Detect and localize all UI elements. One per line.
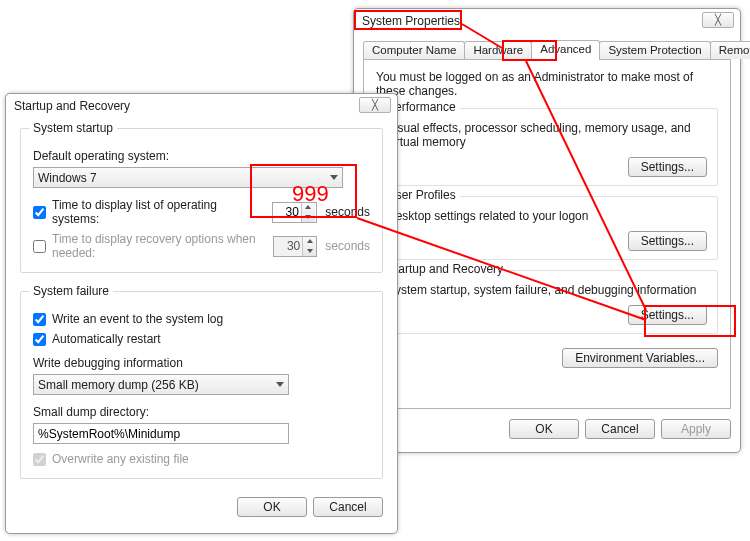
auto-restart-label: Automatically restart bbox=[52, 332, 161, 346]
default-os-combo[interactable]: Windows 7 bbox=[33, 167, 343, 188]
time-list-spinner[interactable] bbox=[272, 202, 317, 223]
time-list-label: Time to display list of operating system… bbox=[52, 198, 264, 226]
startup-recovery-desc: System startup, system failure, and debu… bbox=[387, 283, 707, 297]
chevron-down-icon bbox=[330, 175, 338, 180]
write-event-checkbox-input[interactable] bbox=[33, 313, 46, 326]
user-profiles-settings-button[interactable]: Settings... bbox=[628, 231, 707, 251]
system-startup-legend: System startup bbox=[29, 121, 117, 135]
system-properties-title: System Properties bbox=[362, 14, 460, 28]
startup-recovery-dialog: Startup and Recovery ╳ System startup De… bbox=[5, 93, 398, 534]
chevron-down-icon bbox=[276, 382, 284, 387]
debug-value: Small memory dump (256 KB) bbox=[38, 378, 199, 392]
close-icon[interactable]: ╳ bbox=[359, 97, 391, 113]
seconds-label: seconds bbox=[325, 205, 370, 219]
startup-recovery-settings-button[interactable]: Settings... bbox=[628, 305, 707, 325]
performance-settings-button[interactable]: Settings... bbox=[628, 157, 707, 177]
time-list-value[interactable] bbox=[277, 204, 301, 220]
system-failure-group: System failure Write an event to the sys… bbox=[20, 291, 383, 479]
tab-computer-name[interactable]: Computer Name bbox=[363, 41, 465, 59]
startup-recovery-title: Startup and Recovery bbox=[383, 262, 507, 276]
debug-combo[interactable]: Small memory dump (256 KB) bbox=[33, 374, 289, 395]
cancel-button[interactable]: Cancel bbox=[313, 497, 383, 517]
cancel-button[interactable]: Cancel bbox=[585, 419, 655, 439]
apply-button[interactable]: Apply bbox=[661, 419, 731, 439]
overwrite-label: Overwrite any existing file bbox=[52, 452, 189, 466]
dialog-buttons: OK Cancel Apply bbox=[363, 419, 731, 439]
debug-label: Write debugging information bbox=[33, 356, 370, 370]
default-os-label: Default operating system: bbox=[33, 149, 370, 163]
performance-desc: Visual effects, processor scheduling, me… bbox=[387, 121, 707, 149]
user-profiles-desc: Desktop settings related to your logon bbox=[387, 209, 707, 223]
dump-dir-input[interactable] bbox=[33, 423, 289, 444]
time-list-checkbox-input[interactable] bbox=[33, 206, 46, 219]
seconds-label: seconds bbox=[325, 239, 370, 253]
tabs: Computer Name Hardware Advanced System P… bbox=[363, 37, 731, 59]
write-event-checkbox[interactable]: Write an event to the system log bbox=[33, 312, 370, 326]
ok-button[interactable]: OK bbox=[509, 419, 579, 439]
system-startup-group: System startup Default operating system:… bbox=[20, 128, 383, 273]
time-list-checkbox[interactable]: Time to display list of operating system… bbox=[33, 198, 264, 226]
spinner-down-icon bbox=[303, 246, 316, 256]
spinner-down-icon[interactable] bbox=[302, 212, 315, 222]
tab-hardware[interactable]: Hardware bbox=[464, 41, 532, 59]
time-recovery-label: Time to display recovery options when ne… bbox=[52, 232, 265, 260]
close-icon[interactable]: ╳ bbox=[702, 12, 734, 28]
time-recovery-checkbox-input[interactable] bbox=[33, 240, 46, 253]
spinner-up-icon[interactable] bbox=[302, 203, 315, 213]
tab-advanced[interactable]: Advanced bbox=[531, 40, 600, 60]
time-recovery-checkbox[interactable]: Time to display recovery options when ne… bbox=[33, 232, 265, 260]
startup-recovery-dialog-title: Startup and Recovery bbox=[14, 99, 130, 113]
auto-restart-checkbox-input[interactable] bbox=[33, 333, 46, 346]
environment-variables-button[interactable]: Environment Variables... bbox=[562, 348, 718, 368]
ok-button[interactable]: OK bbox=[237, 497, 307, 517]
time-recovery-value bbox=[278, 238, 302, 254]
user-profiles-section: User Profiles Desktop settings related t… bbox=[376, 196, 718, 260]
system-failure-legend: System failure bbox=[29, 284, 113, 298]
tab-remote[interactable]: Remote bbox=[710, 41, 750, 59]
admin-note: You must be logged on as an Administrato… bbox=[376, 70, 718, 98]
tab-system-protection[interactable]: System Protection bbox=[599, 41, 710, 59]
time-recovery-spinner bbox=[273, 236, 317, 257]
auto-restart-checkbox[interactable]: Automatically restart bbox=[33, 332, 370, 346]
performance-section: Performance Visual effects, processor sc… bbox=[376, 108, 718, 186]
overwrite-checkbox-input bbox=[33, 453, 46, 466]
tab-page-advanced: You must be logged on as an Administrato… bbox=[363, 59, 731, 409]
system-properties-dialog: System Properties ╳ Computer Name Hardwa… bbox=[353, 8, 741, 453]
dump-dir-label: Small dump directory: bbox=[33, 405, 370, 419]
write-event-label: Write an event to the system log bbox=[52, 312, 223, 326]
startup-recovery-section: Startup and Recovery System startup, sys… bbox=[376, 270, 718, 334]
spinner-up-icon bbox=[303, 237, 316, 247]
default-os-value: Windows 7 bbox=[38, 171, 97, 185]
overwrite-checkbox: Overwrite any existing file bbox=[33, 452, 370, 466]
